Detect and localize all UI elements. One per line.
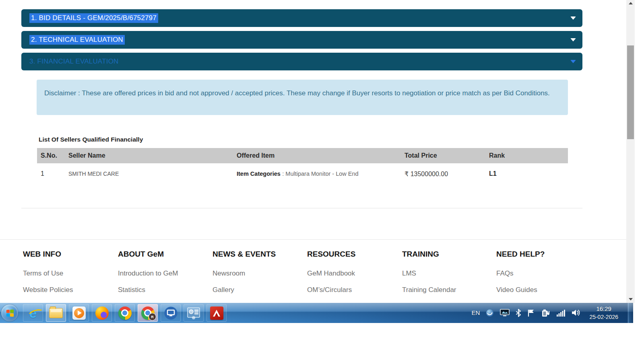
language-indicator[interactable]: EN (472, 309, 480, 316)
file-explorer-button[interactable] (46, 304, 66, 322)
cell-offered-item: Item Categories : Multipara Monitor - Lo… (233, 170, 400, 177)
accordion-technical-evaluation[interactable]: 2. TECHNICAL EVALUATION (21, 31, 582, 49)
item-categories-value: : Multipara Monitor - Low End (282, 171, 358, 177)
adobe-reader-icon (210, 306, 223, 320)
column-header-sno: S.No. (37, 152, 64, 159)
column-header-rank: Rank (485, 152, 568, 159)
chevron-down-icon (570, 16, 576, 20)
triangle-up-icon (629, 2, 633, 4)
scrollbar-thumb[interactable] (627, 45, 634, 139)
footer-link-oms-circulars[interactable]: OM’s/Circulars (307, 286, 352, 294)
scrollbar-down-arrow[interactable] (626, 296, 635, 302)
start-button[interactable] (1, 304, 18, 321)
taskbar-app-icons: e R (23, 304, 227, 322)
clock-date: 25-02-2026 (589, 313, 618, 321)
triangle-down-icon (629, 298, 633, 300)
accordion-technical-evaluation-label: 2. TECHNICAL EVALUATION (29, 35, 125, 45)
adobe-reader-button[interactable] (206, 304, 227, 322)
footer-link-training-calendar[interactable]: Training Calendar (402, 286, 456, 294)
cell-rank: L1 (485, 170, 568, 177)
volume-icon[interactable] (571, 309, 581, 317)
cell-total-price: ₹ 13500000.00 (400, 170, 485, 178)
action-center-flag-icon[interactable] (527, 309, 535, 317)
teamviewer-icon (164, 306, 178, 320)
taskbar-clock[interactable]: 16:29 25-02-2026 (589, 305, 618, 321)
price-amount: 13500000.00 (411, 171, 448, 177)
internet-explorer-button[interactable]: e (23, 304, 43, 322)
windows-logo-icon (6, 309, 13, 317)
footer-heading: WEB INFO (23, 250, 61, 259)
internet-explorer-icon: e (29, 306, 37, 320)
chrome-button[interactable] (115, 304, 135, 322)
footer-link-terms-of-use[interactable]: Terms of Use (23, 269, 63, 278)
firefox-icon (95, 306, 109, 320)
footer-heading: ABOUT GeM (118, 250, 164, 259)
column-header-offered-item: Offered Item (233, 152, 400, 159)
firefox-button[interactable] (92, 304, 112, 322)
browser-page: 1. BID DETAILS - GEM/2025/B/6752797 2. T… (0, 0, 626, 303)
system-utility-icon (187, 306, 200, 319)
system-utility-button[interactable] (184, 304, 204, 322)
update-orb-icon[interactable] (486, 309, 494, 317)
accordion-bid-details-label: 1. BID DETAILS - GEM/2025/B/6752797 (29, 13, 158, 23)
footer-link-newsroom[interactable]: Newsroom (213, 269, 245, 278)
footer-link-gem-handbook[interactable]: GeM Handbook (307, 269, 355, 278)
display-icon[interactable] (500, 309, 510, 317)
accordion-financial-evaluation-label: 3. FINANCIAL EVALUATION (29, 58, 119, 66)
clock-time: 16:29 (589, 305, 618, 313)
chrome-icon (118, 306, 132, 320)
teamviewer-button[interactable] (161, 304, 181, 322)
disclaimer-banner: Disclaimer : These are offered prices in… (37, 80, 568, 115)
windows-taskbar: e R (0, 303, 633, 323)
file-explorer-icon (49, 308, 63, 318)
profile-badge-r: R (149, 313, 156, 321)
site-footer: WEB INFO Terms of Use Website Policies A… (0, 239, 626, 303)
sellers-table: S.No. Seller Name Offered Item Total Pri… (37, 148, 568, 184)
power-plug-icon[interactable] (541, 309, 550, 317)
chevron-down-icon (570, 38, 576, 41)
media-player-icon (72, 306, 86, 320)
rupee-symbol: ₹ (405, 171, 409, 177)
accordion-financial-evaluation[interactable]: 3. FINANCIAL EVALUATION (21, 53, 582, 70)
network-signal-icon[interactable] (556, 309, 565, 317)
system-tray: EN (472, 305, 618, 321)
footer-link-website-policies[interactable]: Website Policies (23, 286, 73, 294)
sellers-table-header: S.No. Seller Name Offered Item Total Pri… (37, 148, 568, 163)
media-player-button[interactable] (69, 304, 89, 322)
footer-link-video-guides[interactable]: Video Guides (496, 286, 537, 294)
show-desktop-button[interactable] (628, 303, 633, 323)
item-categories-label: Item Categories (237, 171, 281, 177)
footer-heading: NEED HELP? (496, 250, 545, 259)
column-header-seller-name: Seller Name (64, 152, 233, 159)
accordion-bid-details[interactable]: 1. BID DETAILS - GEM/2025/B/6752797 (21, 9, 582, 27)
footer-link-introduction-to-gem[interactable]: Introduction to GeM (118, 269, 178, 278)
scrollbar-up-arrow[interactable] (626, 0, 635, 6)
cell-sno: 1 (37, 170, 64, 177)
sellers-table-title: List Of Sellers Qualified Financially (39, 136, 143, 143)
footer-heading: NEWS & EVENTS (213, 250, 276, 259)
table-row: 1 SMITH MEDI CARE Item Categories : Mult… (37, 163, 568, 184)
footer-heading: TRAINING (402, 250, 439, 259)
chrome-profile-button[interactable]: R (138, 304, 158, 322)
bluetooth-icon[interactable] (516, 309, 521, 317)
footer-heading: RESOURCES (307, 250, 355, 259)
footer-link-gallery[interactable]: Gallery (213, 286, 234, 294)
vertical-scrollbar[interactable] (626, 0, 635, 303)
footer-link-statistics[interactable]: Statistics (118, 286, 145, 294)
column-header-total-price: Total Price (400, 152, 485, 159)
footer-link-faqs[interactable]: FAQs (496, 269, 514, 278)
chevron-down-icon (570, 60, 576, 63)
cell-seller-name: SMITH MEDI CARE (64, 171, 233, 177)
footer-link-lms[interactable]: LMS (402, 269, 416, 278)
